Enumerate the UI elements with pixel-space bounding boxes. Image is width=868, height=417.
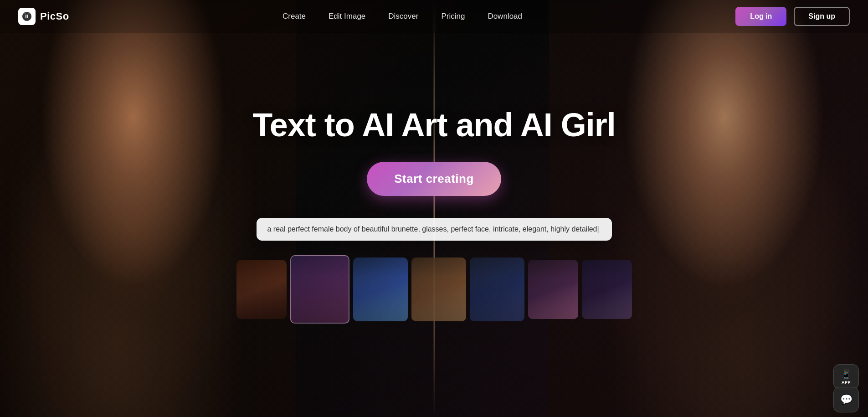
- start-creating-button[interactable]: Start creating: [367, 162, 501, 196]
- nav-edit-image[interactable]: Edit Image: [329, 12, 365, 21]
- svg-point-0: [24, 12, 26, 14]
- nav-discover[interactable]: Discover: [388, 12, 418, 21]
- hero-content: Text to AI Art and AI Girl Start creatin…: [0, 0, 868, 417]
- hero-title: Text to AI Art and AI Girl: [252, 107, 616, 143]
- logo-icon: [18, 8, 36, 25]
- thumbnail-3[interactable]: [353, 257, 408, 321]
- thumbnail-1[interactable]: [236, 260, 287, 319]
- logo-text: PicSo: [40, 10, 69, 22]
- app-badge-label: APP: [842, 380, 851, 385]
- prompt-input[interactable]: [257, 218, 612, 241]
- thumbnail-7[interactable]: [582, 260, 632, 319]
- thumbnail-strip: [236, 255, 632, 324]
- thumbnail-5[interactable]: [470, 257, 524, 321]
- nav-actions: Log in Sign up: [735, 7, 850, 26]
- chat-icon: 💬: [840, 394, 853, 406]
- login-button[interactable]: Log in: [735, 7, 786, 26]
- app-badge[interactable]: 📱 APP: [833, 364, 859, 390]
- chat-badge[interactable]: 💬: [833, 387, 859, 412]
- nav-pricing[interactable]: Pricing: [441, 12, 465, 21]
- thumbnail-4[interactable]: [411, 257, 466, 321]
- thumbnail-2[interactable]: [290, 255, 349, 324]
- navbar: PicSo Create Edit Image Discover Pricing…: [0, 0, 868, 33]
- nav-download[interactable]: Download: [488, 12, 522, 21]
- app-icon: 📱: [841, 369, 851, 379]
- nav-links: Create Edit Image Discover Pricing Downl…: [282, 12, 522, 21]
- nav-create[interactable]: Create: [282, 12, 306, 21]
- signup-button[interactable]: Sign up: [794, 7, 850, 26]
- svg-point-1: [28, 12, 30, 14]
- thumbnail-6[interactable]: [528, 260, 578, 319]
- logo[interactable]: PicSo: [18, 8, 69, 25]
